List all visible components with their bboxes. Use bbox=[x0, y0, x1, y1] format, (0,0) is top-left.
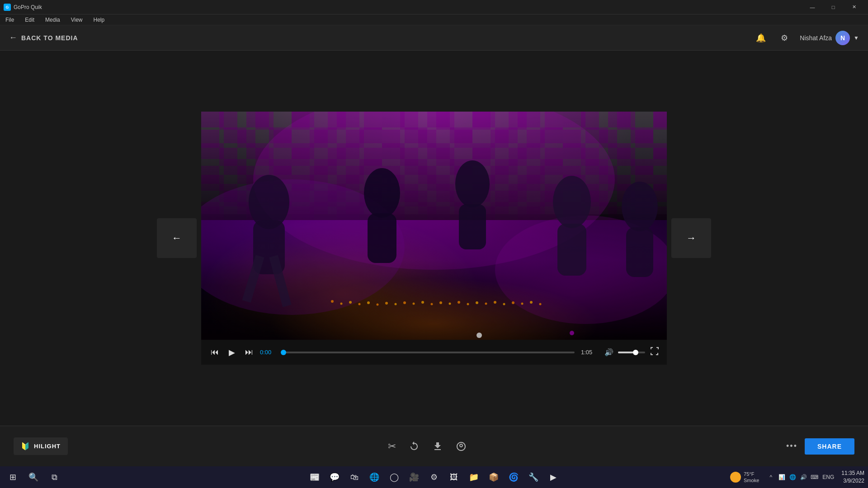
hilight-button[interactable]: 🔰 HILIGHT bbox=[14, 437, 68, 455]
more-options-button[interactable]: ••• bbox=[786, 441, 797, 451]
back-to-media-button[interactable]: ← BACK TO MEDIA bbox=[9, 33, 78, 42]
weather-temp: 75°F bbox=[744, 471, 759, 477]
gopro-taskbar-button[interactable]: 🎥 bbox=[405, 468, 423, 486]
tray-network-icon[interactable]: 🌐 bbox=[788, 473, 797, 482]
nav-bar: ← BACK TO MEDIA 🔔 ⚙ Nishat Afza N ▼ bbox=[0, 25, 868, 51]
tray-speaker-icon[interactable]: 🔊 bbox=[799, 473, 808, 482]
menu-edit[interactable]: Edit bbox=[23, 16, 36, 24]
hilight-icon: 🔰 bbox=[21, 442, 30, 450]
chevron-down-icon: ▼ bbox=[854, 35, 859, 41]
volume-thumb bbox=[633, 350, 638, 355]
taskbar-left: ⊞ 🔍 ⧉ bbox=[4, 468, 63, 486]
taskbar: ⊞ 🔍 ⧉ 📰 💬 🛍 🌐 ◯ 🎥 ⚙ 🖼 📁 📦 🌀 🔧 ▶ 75°F Smo… bbox=[0, 466, 868, 488]
toolbar-right: ••• SHARE bbox=[786, 438, 854, 455]
username: Nishat Afza bbox=[800, 34, 832, 42]
volume-button[interactable]: 🔊 bbox=[603, 346, 615, 359]
window-controls: — □ ✕ bbox=[802, 0, 864, 14]
app10-button[interactable]: 🔧 bbox=[524, 468, 542, 486]
minimize-button[interactable]: — bbox=[802, 0, 823, 14]
start-button[interactable]: ⊞ bbox=[4, 468, 22, 486]
menu-help[interactable]: Help bbox=[92, 16, 107, 24]
progress-thumb bbox=[281, 350, 286, 355]
explorer-button[interactable]: 📁 bbox=[465, 468, 483, 486]
settings-taskbar-button[interactable]: ⚙ bbox=[425, 468, 443, 486]
play-pause-button[interactable]: ▶ bbox=[226, 346, 238, 359]
main-content: ← bbox=[0, 51, 868, 426]
video-player: ⏮ ▶ ⏭ 0:00 1:05 🔊 bbox=[201, 112, 667, 365]
menu-view[interactable]: View bbox=[69, 16, 85, 24]
user-section[interactable]: Nishat Afza N ▼ bbox=[800, 31, 859, 45]
dropbox-button[interactable]: 📦 bbox=[485, 468, 503, 486]
rewind-button[interactable]: ⏮ bbox=[208, 346, 221, 359]
scissors-tool-button[interactable]: ✂ bbox=[388, 441, 396, 452]
chrome-button[interactable]: ◯ bbox=[385, 468, 403, 486]
back-label: BACK TO MEDIA bbox=[21, 34, 78, 42]
clock[interactable]: 11:35 AM 3/9/2022 bbox=[841, 469, 864, 485]
svg-rect-48 bbox=[201, 112, 667, 340]
volume-slider[interactable] bbox=[618, 352, 645, 353]
notification-button[interactable]: 🔔 bbox=[753, 30, 769, 46]
task-view-button[interactable]: ⧉ bbox=[45, 468, 63, 486]
hilight-label: HILIGHT bbox=[34, 443, 61, 450]
app-icon: G bbox=[4, 4, 11, 11]
progress-bar[interactable] bbox=[283, 352, 575, 353]
weather-widget: 75°F Smoke bbox=[730, 471, 759, 484]
next-media-button[interactable]: → bbox=[671, 218, 711, 258]
store-button[interactable]: 🛍 bbox=[345, 468, 363, 486]
bottom-toolbar: 🔰 HILIGHT ✂ ••• SHARE bbox=[0, 426, 868, 466]
back-arrow-icon: ← bbox=[9, 33, 18, 42]
export-tool-button[interactable] bbox=[432, 441, 443, 452]
terminal-button[interactable]: ▶ bbox=[544, 468, 562, 486]
teams-button[interactable]: 💬 bbox=[326, 468, 344, 486]
refresh-tool-button[interactable] bbox=[409, 441, 420, 452]
tray-expand-button[interactable]: ^ bbox=[766, 473, 775, 482]
current-time: 0:00 bbox=[260, 349, 277, 356]
settings-tool-button[interactable] bbox=[456, 441, 467, 452]
systray: ^ 📊 🌐 🔊 ⌨ bbox=[766, 473, 819, 482]
weather-text: 75°F Smoke bbox=[744, 471, 759, 484]
tray-taskmanager-icon[interactable]: 📊 bbox=[777, 473, 786, 482]
app9-button[interactable]: 🌀 bbox=[505, 468, 523, 486]
weather-icon bbox=[730, 472, 741, 483]
close-button[interactable]: ✕ bbox=[844, 0, 864, 14]
fullscreen-button[interactable] bbox=[650, 346, 660, 358]
search-taskbar-button[interactable]: 🔍 bbox=[24, 468, 42, 486]
menu-bar: File Edit Media View Help bbox=[0, 14, 868, 25]
tray-keyboard-icon[interactable]: ⌨ bbox=[810, 473, 819, 482]
title-bar-left: G GoPro Quik bbox=[4, 4, 42, 11]
scene-overlay bbox=[201, 112, 667, 340]
maximize-button[interactable]: □ bbox=[823, 0, 844, 14]
video-frame[interactable] bbox=[201, 112, 667, 340]
settings-button[interactable]: ⚙ bbox=[776, 30, 793, 46]
taskbar-center: 📰 💬 🛍 🌐 ◯ 🎥 ⚙ 🖼 📁 📦 🌀 🔧 ▶ bbox=[306, 468, 562, 486]
title-bar: G GoPro Quik — □ ✕ bbox=[0, 0, 868, 14]
volume-section: 🔊 bbox=[603, 346, 645, 359]
video-controls: ⏮ ▶ ⏭ 0:00 1:05 🔊 bbox=[201, 340, 667, 365]
menu-media[interactable]: Media bbox=[43, 16, 62, 24]
party-scene bbox=[201, 112, 667, 340]
total-time: 1:05 bbox=[581, 349, 598, 356]
clock-date: 3/9/2022 bbox=[841, 477, 864, 485]
nav-right: 🔔 ⚙ Nishat Afza N ▼ bbox=[753, 30, 859, 46]
weather-condition: Smoke bbox=[744, 477, 759, 483]
prev-media-button[interactable]: ← bbox=[157, 218, 197, 258]
app-title: GoPro Quik bbox=[14, 4, 42, 10]
taskbar-right: 75°F Smoke ^ 📊 🌐 🔊 ⌨ ENG 11:35 AM 3/9/20… bbox=[730, 469, 864, 485]
widgets-button[interactable]: 📰 bbox=[306, 468, 324, 486]
edge-button[interactable]: 🌐 bbox=[365, 468, 383, 486]
photos-button[interactable]: 🖼 bbox=[445, 468, 463, 486]
toolbar-center: ✂ bbox=[388, 441, 467, 452]
clock-time: 11:35 AM bbox=[841, 469, 864, 477]
share-button[interactable]: SHARE bbox=[805, 438, 854, 455]
menu-file[interactable]: File bbox=[4, 16, 16, 24]
avatar: N bbox=[835, 31, 850, 45]
fast-forward-button[interactable]: ⏭ bbox=[243, 346, 255, 359]
language-indicator: ENG bbox=[822, 474, 834, 480]
